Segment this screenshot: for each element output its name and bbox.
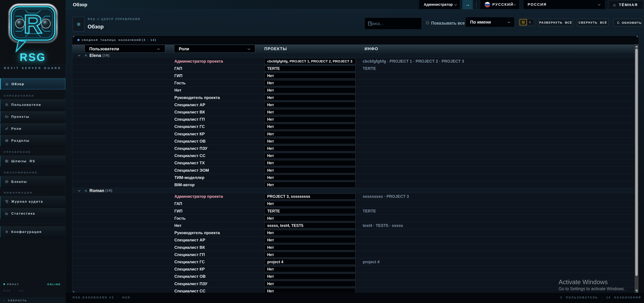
svg-text:R: R — [24, 10, 42, 39]
